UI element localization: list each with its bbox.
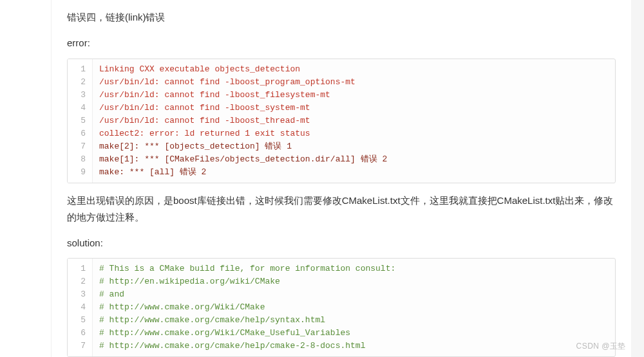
line-number: 5 bbox=[68, 314, 92, 327]
code-line: /usr/bin/ld: cannot find -lboost_system-… bbox=[99, 102, 609, 114]
line-number: 3 bbox=[68, 89, 92, 102]
line-number: 7 bbox=[68, 340, 92, 352]
line-number: 1 bbox=[68, 63, 92, 76]
line-number: 3 bbox=[68, 288, 92, 301]
code-block-solution: 1234567 # This is a CMake build file, fo… bbox=[67, 258, 616, 357]
line-number: 6 bbox=[68, 127, 92, 140]
article-main: 错误四，链接(link)错误 error: 123456789 Linking … bbox=[52, 0, 631, 357]
line-number: 8 bbox=[68, 153, 92, 166]
error-title: 错误四，链接(link)错误 bbox=[67, 9, 616, 26]
code-linenumbers: 1234567 bbox=[68, 259, 93, 356]
code-line: # http://www.cmake.org/cmake/help/syntax… bbox=[99, 314, 609, 327]
code-line: collect2: error: ld returned 1 exit stat… bbox=[99, 127, 609, 140]
code-linenumbers: 123456789 bbox=[68, 59, 93, 183]
left-gutter bbox=[0, 0, 52, 357]
line-number: 7 bbox=[68, 140, 92, 153]
code-line: /usr/bin/ld: cannot find -lboost_program… bbox=[99, 76, 609, 89]
code-line: # http://www.cmake.org/cmake/help/cmake-… bbox=[99, 340, 609, 352]
code-line: make[1]: *** [CMakeFiles/objects_detecti… bbox=[99, 153, 609, 166]
code-line: # http://en.wikipedia.org/wiki/CMake bbox=[99, 275, 609, 288]
code-line: /usr/bin/ld: cannot find -lboost_filesys… bbox=[99, 89, 609, 102]
line-number: 1 bbox=[68, 262, 92, 275]
line-number: 2 bbox=[68, 76, 92, 89]
code-line: Linking CXX executable objects_detection bbox=[99, 63, 609, 76]
code-line: make: *** [all] 错误 2 bbox=[99, 166, 609, 179]
code-block-error: 123456789 Linking CXX executable objects… bbox=[67, 59, 616, 183]
explanation-para: 这里出现错误的原因，是boost库链接出错，这时候我们需要修改CMakeList… bbox=[67, 192, 616, 226]
line-number: 9 bbox=[68, 166, 92, 179]
line-number: 2 bbox=[68, 275, 92, 288]
code-body[interactable]: # This is a CMake build file, for more i… bbox=[93, 259, 615, 356]
line-number: 4 bbox=[68, 102, 92, 114]
line-number: 5 bbox=[68, 114, 92, 127]
code-line: # http://www.cmake.org/Wiki/CMake bbox=[99, 301, 609, 314]
line-number: 6 bbox=[68, 327, 92, 340]
code-line: /usr/bin/ld: cannot find -lboost_thread-… bbox=[99, 114, 609, 127]
line-number: 4 bbox=[68, 301, 92, 314]
code-body[interactable]: Linking CXX executable objects_detection… bbox=[93, 59, 615, 183]
code-line: # This is a CMake build file, for more i… bbox=[99, 262, 609, 275]
solution-label: solution: bbox=[67, 235, 616, 252]
code-line: # and bbox=[99, 288, 609, 301]
right-gutter bbox=[631, 0, 644, 357]
code-line: # http://www.cmake.org/Wiki/CMake_Useful… bbox=[99, 327, 609, 340]
code-line: make[2]: *** [objects_detection] 错误 1 bbox=[99, 140, 609, 153]
error-label: error: bbox=[67, 35, 616, 51]
